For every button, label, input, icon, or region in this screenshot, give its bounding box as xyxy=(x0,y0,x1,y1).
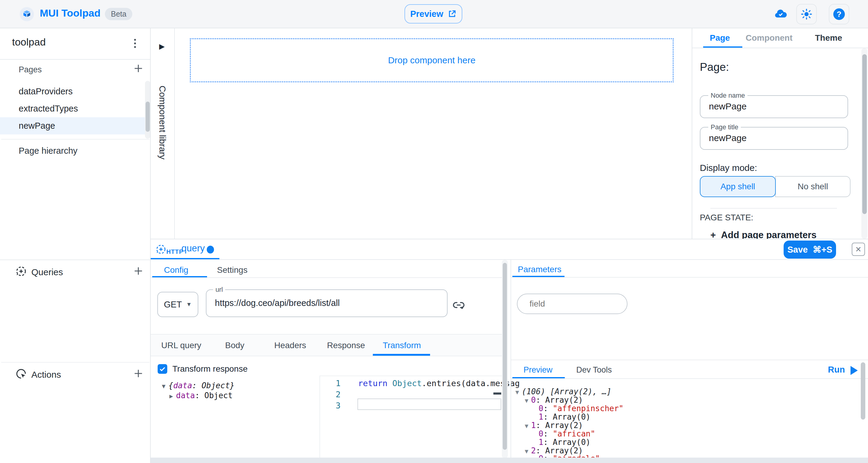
external-link-icon xyxy=(447,9,457,19)
app-title: MUI Toolpad xyxy=(40,7,100,19)
add-action-button[interactable] xyxy=(132,367,145,380)
run-button[interactable]: Run xyxy=(828,365,845,375)
tab-url-query[interactable]: URL query xyxy=(161,341,201,350)
query-tab[interactable]: query xyxy=(181,243,205,254)
help-button[interactable]: ? xyxy=(829,4,849,24)
pages-section-label: Pages xyxy=(19,65,42,74)
node-name-input[interactable] xyxy=(709,98,838,115)
svg-text:?: ? xyxy=(837,10,841,19)
json-tree-line[interactable]: 1: Array(0) xyxy=(538,412,590,422)
url-input[interactable] xyxy=(215,293,438,313)
actions-icon xyxy=(15,368,27,380)
url-field[interactable]: url xyxy=(206,289,447,317)
panel-scrollbar-thumb[interactable] xyxy=(503,263,507,450)
project-menu-button[interactable] xyxy=(129,37,141,50)
tab-parameters[interactable]: Parameters xyxy=(518,265,561,274)
unsaved-indicator-dot xyxy=(207,246,214,253)
display-mode-no-shell[interactable]: No shell xyxy=(775,176,850,197)
editor-overview-mark xyxy=(493,393,501,395)
beta-badge: Beta xyxy=(105,8,132,20)
page-state-label: PAGE STATE: xyxy=(700,213,753,222)
add-query-button[interactable] xyxy=(132,265,145,277)
json-tree-line[interactable]: ▼(106) [Array(2), …] xyxy=(516,387,611,396)
canvas-area: ▶ Component library Drop component here xyxy=(151,28,692,239)
query-type-icon xyxy=(155,244,167,255)
parameter-field[interactable] xyxy=(517,294,627,314)
json-tree-line[interactable]: 0: "african" xyxy=(538,429,595,438)
component-library-label: Component library xyxy=(157,86,167,159)
toolpad-logo xyxy=(19,7,34,22)
play-icon[interactable] xyxy=(850,366,858,375)
tab-theme[interactable]: Theme xyxy=(815,33,842,43)
page-list-item[interactable]: extractedTypes xyxy=(0,100,145,117)
tab-settings[interactable]: Settings xyxy=(217,265,247,275)
tab-transform[interactable]: Transform xyxy=(383,341,421,350)
bind-link-icon[interactable] xyxy=(452,299,465,312)
drop-zone-label: Drop component here xyxy=(388,55,475,65)
page-hierarchy-label[interactable]: Page hierarchy xyxy=(19,146,78,156)
query-editor-panel: HTTP query Save ⌘+S ✕ Config Settings GE… xyxy=(151,239,868,458)
json-tree-line[interactable]: 0: "affenpinscher" xyxy=(538,404,624,413)
page-list-item-selected[interactable]: newPage xyxy=(0,117,145,134)
sidebar: toolpad Pages dataProviders extractedTyp… xyxy=(0,28,151,463)
tab-config[interactable]: Config xyxy=(164,265,188,275)
http-method-select[interactable]: GET ▼ xyxy=(157,292,198,317)
tab-page[interactable]: Page xyxy=(710,33,730,43)
plus-icon: + xyxy=(710,230,721,239)
inspector-panel: Page Component Theme Page: Node name Pag… xyxy=(692,28,868,239)
bottom-status-strip xyxy=(151,458,868,463)
chevron-right-icon[interactable]: ▶ xyxy=(159,42,164,51)
tab-response[interactable]: Response xyxy=(327,341,365,350)
component-library-strip[interactable]: ▶ Component library xyxy=(151,28,175,239)
transform-response-checkbox[interactable] xyxy=(158,364,167,374)
close-query-editor-button[interactable]: ✕ xyxy=(852,243,865,256)
sun-icon xyxy=(801,8,812,20)
theme-toggle-button[interactable] xyxy=(796,4,817,24)
json-tree-line[interactable]: ▼0: Array(2) xyxy=(525,396,583,404)
drop-component-zone[interactable]: Drop component here xyxy=(190,38,674,82)
editor-widget-box[interactable] xyxy=(358,399,501,410)
tab-dev-tools[interactable]: Dev Tools xyxy=(576,365,612,375)
preview-button[interactable]: Preview xyxy=(404,4,462,24)
cloud-done-icon xyxy=(772,7,789,21)
json-tree-line[interactable]: 1: Array(0) xyxy=(538,438,590,447)
editor-code-line[interactable]: return Object.entries(data.messag xyxy=(358,379,520,388)
tab-headers[interactable]: Headers xyxy=(274,341,306,350)
display-mode-app-shell[interactable]: App shell xyxy=(700,176,776,197)
help-icon: ? xyxy=(832,7,846,21)
parameter-field-input[interactable] xyxy=(530,297,620,311)
json-tree-line[interactable]: 0: "airedale" xyxy=(538,454,600,458)
transform-response-label: Transform response xyxy=(173,364,248,374)
transform-tree-child[interactable]: ▶data: Object xyxy=(169,391,233,400)
add-page-parameters-button[interactable]: + Add page parameters xyxy=(710,230,816,239)
tab-body[interactable]: Body xyxy=(225,341,244,350)
add-page-button[interactable] xyxy=(132,62,145,75)
inspector-scrollbar-thumb[interactable] xyxy=(862,54,867,214)
page-title-input[interactable] xyxy=(709,129,838,147)
display-mode-label: Display mode: xyxy=(700,163,757,173)
tab-component[interactable]: Component xyxy=(746,33,793,43)
triangle-down-icon: ▼ xyxy=(162,382,165,390)
inspector-heading: Page: xyxy=(700,61,729,73)
preview-button-label: Preview xyxy=(410,9,443,19)
save-button[interactable]: Save ⌘+S xyxy=(784,241,836,259)
tab-preview[interactable]: Preview xyxy=(524,365,553,375)
editor-line-number: 2 xyxy=(319,390,341,399)
preview-scrollbar-thumb[interactable] xyxy=(861,362,865,420)
chevron-down-icon: ▼ xyxy=(186,301,192,308)
node-name-field[interactable]: Node name xyxy=(700,95,848,118)
transform-tree-root[interactable]: ▼{data: Object} xyxy=(162,381,235,390)
save-shortcut: ⌘+S xyxy=(812,244,832,255)
queries-section-label: Queries xyxy=(31,267,63,277)
json-tree-line[interactable]: ▼1: Array(2) xyxy=(525,421,583,430)
actions-section-label: Actions xyxy=(31,370,61,380)
close-icon: ✕ xyxy=(855,245,862,254)
triangle-right-icon: ▶ xyxy=(169,393,173,400)
header-bar: MUI Toolpad Beta Preview xyxy=(0,0,868,28)
page-list-item[interactable]: dataProviders xyxy=(0,83,145,100)
url-label: url xyxy=(213,286,225,294)
page-title-field[interactable]: Page title xyxy=(700,127,848,150)
queries-icon xyxy=(15,265,27,277)
request-subtabs-bar: URL query Body Headers Response Transfor… xyxy=(151,334,502,356)
pages-scrollbar-thumb[interactable] xyxy=(146,101,150,132)
